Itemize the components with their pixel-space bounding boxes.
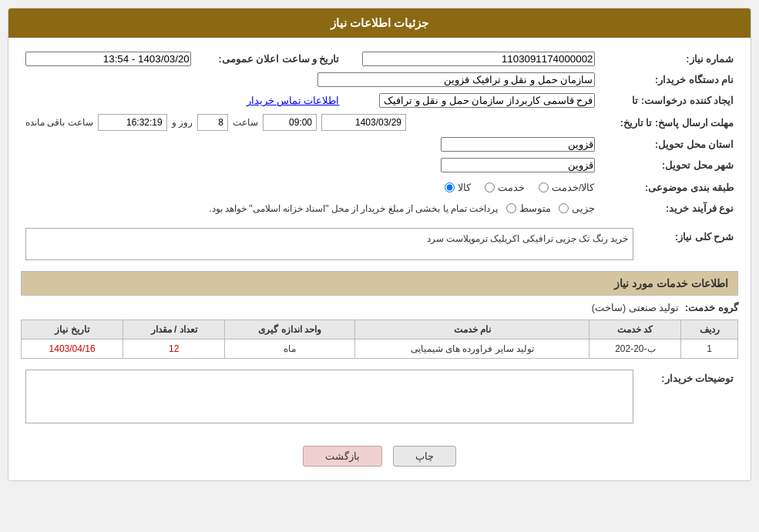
category-goods-service-option[interactable]: کالا/خدمت <box>539 182 594 193</box>
col-code: کد خدمت <box>589 320 681 340</box>
province-input[interactable] <box>441 137 595 152</box>
deadline-label: مهلت ارسال پاسخ: تا تاریخ: <box>599 111 739 134</box>
button-row: بازگشت چاپ <box>21 437 738 470</box>
print-button[interactable]: چاپ <box>393 446 456 467</box>
need-desc-label: شرح کلی نیاز: <box>638 225 738 263</box>
col-date: تاریخ نیاز <box>22 320 123 340</box>
col-index: ردیف <box>681 320 738 340</box>
time-label: ساعت <box>233 117 258 128</box>
services-table: ردیف کد خدمت نام خدمت واحد اندازه گیری ت… <box>21 320 738 359</box>
need-desc-table: شرح کلی نیاز: خرید رنگ تک جزیی ترافیکی ا… <box>21 225 738 263</box>
city-input[interactable] <box>441 158 595 172</box>
col-qty: تعداد / مقدار <box>123 320 225 340</box>
group-value: تولید صنعتی (ساخت) <box>592 302 679 313</box>
province-label: استان محل تحویل: <box>599 134 739 155</box>
need-desc-value: خرید رنگ تک جزیی ترافیکی اکریلیک ترموپلا… <box>427 233 628 244</box>
org-name-input[interactable] <box>317 72 595 87</box>
proc-partial-option[interactable]: جزیی <box>559 202 595 214</box>
announce-date-label: تاریخ و ساعت اعلان عمومی: <box>196 49 344 69</box>
creator-input[interactable] <box>379 93 595 108</box>
table-row: 1 ب-20-202 تولید سایر فراورده های شیمیای… <box>22 340 738 359</box>
proc-type-label: نوع فرآیند خرید: <box>599 199 739 217</box>
category-goods-service-label: کالا/خدمت <box>552 182 594 193</box>
group-label: گروه خدمت: <box>685 302 738 313</box>
cell-unit: ماه <box>225 340 355 359</box>
buyer-notes-label: توضیحات خریدار: <box>638 366 738 429</box>
proc-partial-radio[interactable] <box>559 203 569 213</box>
category-label: طبقه بندی موضوعی: <box>599 176 739 199</box>
category-service-radio[interactable] <box>485 182 495 192</box>
category-service-label: خدمت <box>498 182 525 193</box>
cell-index: 1 <box>681 340 738 359</box>
group-row: گروه خدمت: تولید صنعتی (ساخت) <box>21 302 738 313</box>
page-header: جزئیات اطلاعات نیاز <box>8 8 751 38</box>
days-input[interactable] <box>197 114 228 131</box>
category-goods-radio[interactable] <box>445 182 455 192</box>
buyer-notes-textarea[interactable] <box>25 370 633 423</box>
remaining-time-input[interactable] <box>98 114 167 131</box>
deadline-date-input[interactable] <box>321 114 406 131</box>
announce-date-input[interactable] <box>25 52 191 66</box>
col-unit: واحد اندازه گیری <box>225 320 355 340</box>
category-goods-label: کالا <box>458 182 471 193</box>
services-section-header: اطلاعات خدمات مورد نیاز <box>21 271 738 296</box>
proc-partial-label: جزیی <box>572 202 595 214</box>
page-title: جزئیات اطلاعات نیاز <box>331 16 428 29</box>
proc-medium-option[interactable]: متوسط <box>506 202 551 214</box>
city-label: شهر محل تحویل: <box>599 155 739 176</box>
category-service-option[interactable]: خدمت <box>485 182 525 193</box>
category-goods-option[interactable]: کالا <box>445 182 471 193</box>
cell-qty: 12 <box>123 340 225 359</box>
creator-label: ایجاد کننده درخواست: تا <box>599 90 739 111</box>
info-table-top: شماره نیاز: تاریخ و ساعت اعلان عمومی: نا… <box>21 49 738 217</box>
cell-date: 1403/04/16 <box>22 340 123 359</box>
contact-link[interactable]: اطلاعات تماس خریدار <box>247 95 340 106</box>
buyer-notes-table: توضیحات خریدار: <box>21 366 738 429</box>
category-goods-service-radio[interactable] <box>539 182 549 192</box>
back-button[interactable]: بازگشت <box>303 446 382 467</box>
remaining-label: ساعت باقی مانده <box>25 117 93 128</box>
time-input[interactable] <box>263 114 317 131</box>
proc-text: پرداخت تمام یا بخشی از مبلغ خریدار از مح… <box>209 203 498 214</box>
org-name-label: نام دستگاه خریدار: <box>599 69 739 90</box>
days-label: روز و <box>172 117 193 128</box>
cell-code: ب-20-202 <box>589 340 681 359</box>
proc-medium-label: متوسط <box>519 202 551 214</box>
cell-name: تولید سایر فراورده های شیمیایی <box>355 340 589 359</box>
col-name: نام خدمت <box>355 320 589 340</box>
need-number-input[interactable] <box>362 52 595 66</box>
need-number-label: شماره نیاز: <box>599 49 739 69</box>
need-desc-box: خرید رنگ تک جزیی ترافیکی اکریلیک ترموپلا… <box>25 228 633 260</box>
proc-medium-radio[interactable] <box>506 203 516 213</box>
